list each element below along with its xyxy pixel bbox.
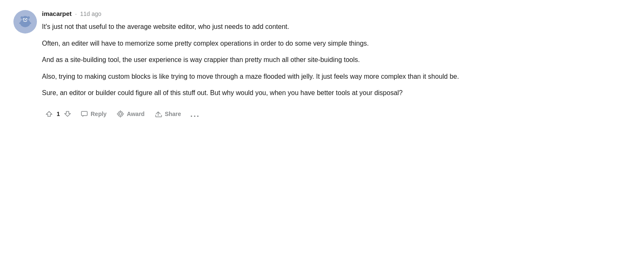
award-button[interactable]: Award xyxy=(112,108,149,120)
username: imacarpet xyxy=(42,10,72,17)
vote-count: 1 xyxy=(55,111,61,117)
avatar-icon xyxy=(17,14,33,30)
upvote-button[interactable] xyxy=(44,109,54,119)
svg-point-7 xyxy=(26,19,27,20)
dot-separator: · xyxy=(75,10,77,17)
reply-button[interactable]: Reply xyxy=(76,108,111,120)
timestamp: 11d ago xyxy=(80,10,102,17)
avatar xyxy=(13,10,37,34)
downvote-icon xyxy=(64,110,71,118)
reply-icon xyxy=(81,110,88,118)
comment-paragraph-3: And as a site-building tool, the user ex… xyxy=(42,54,626,65)
share-icon xyxy=(155,110,162,118)
comment-actions: 1 Reply xyxy=(42,108,626,120)
svg-point-12 xyxy=(119,113,122,115)
comment-paragraph-4: Also, trying to making custom blocks is … xyxy=(42,71,626,82)
award-icon xyxy=(117,110,124,118)
comment: imacarpet · 11d ago It's just not that u… xyxy=(13,10,626,120)
comment-body: imacarpet · 11d ago It's just not that u… xyxy=(42,10,626,120)
svg-point-3 xyxy=(27,16,30,19)
comment-paragraph-2: Often, an editer will have to memorize s… xyxy=(42,38,626,49)
svg-rect-10 xyxy=(81,111,87,116)
comment-paragraph-5: Sure, an editor or builder could figure … xyxy=(42,88,626,98)
svg-point-11 xyxy=(118,111,123,116)
upvote-icon xyxy=(45,110,53,118)
vote-section: 1 xyxy=(42,108,75,120)
share-button[interactable]: Share xyxy=(151,108,185,120)
comment-header: imacarpet · 11d ago xyxy=(42,10,626,17)
svg-point-2 xyxy=(21,16,23,19)
comment-paragraph-1: It's just not that useful to the average… xyxy=(42,21,626,32)
svg-point-6 xyxy=(23,19,24,20)
more-button[interactable]: ... xyxy=(187,108,203,120)
downvote-button[interactable] xyxy=(63,109,72,119)
